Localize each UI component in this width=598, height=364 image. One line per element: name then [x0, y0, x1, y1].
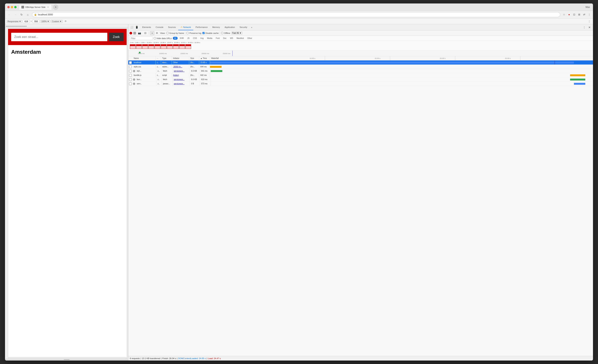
table-row[interactable]: localhost 2... docu... Other (fro... 23.… — [128, 60, 299, 65]
search-button[interactable]: Zoek — [109, 33, 124, 41]
initiator-link-2[interactable]: servicewor... — [174, 70, 184, 72]
row-size-3: (fro... — [189, 73, 199, 77]
disable-cache-checkbox[interactable]: Disable cache — [202, 32, 219, 34]
width-input[interactable] — [23, 20, 30, 23]
filter-input[interactable] — [129, 37, 153, 40]
blue-timeline-marker — [232, 51, 233, 56]
row-initiator-5: servicewor... — [173, 82, 190, 86]
filter-ws[interactable]: WS — [229, 37, 234, 40]
tab-sources[interactable]: Sources — [166, 24, 178, 30]
col-header-name[interactable]: Name — [133, 56, 156, 60]
close-button[interactable] — [7, 6, 10, 8]
filter-media[interactable]: Media — [206, 37, 214, 40]
tab-elements[interactable]: Elements — [140, 24, 153, 30]
row-name-1: style.css — [133, 65, 156, 69]
refresh-button[interactable]: ↻ — [19, 12, 24, 17]
search-input[interactable] — [11, 33, 107, 41]
filter-icon[interactable]: ⊟ — [143, 31, 148, 35]
row-waterfall-0 — [210, 60, 299, 65]
initiator-link-3[interactable]: (index) — [173, 74, 179, 76]
title-bar: OBA App Server Side × + Max — [5, 3, 299, 11]
filter-other[interactable]: Other — [246, 37, 254, 40]
new-tab-button[interactable]: + — [53, 4, 58, 10]
offline-checkbox[interactable]: Offline — [221, 32, 230, 34]
initiator-link-4[interactable]: servicewor... — [174, 78, 184, 81]
row-time-5: 573 ms — [200, 82, 211, 86]
separator — [149, 32, 149, 35]
row-time-3: 642 ms — [199, 73, 210, 77]
initiator-link-1[interactable]: :3000/-In... — [173, 66, 182, 68]
table-row[interactable]: styl... 2... fetch servicewor... 6.5 KB … — [128, 69, 299, 73]
filter-css[interactable]: CSS — [192, 37, 199, 40]
browser-tab[interactable]: OBA App Server Side × — [19, 4, 52, 10]
back-button[interactable]: ← — [7, 12, 12, 17]
record-button[interactable] — [129, 32, 132, 34]
tab-close-button[interactable]: × — [47, 6, 49, 8]
home-button[interactable]: ⌂ — [25, 12, 30, 17]
responsive-dropdown[interactable]: Responsive ▼ — [7, 20, 22, 23]
zoom-dropdown[interactable]: 100% ▼ — [40, 20, 50, 23]
address-bar[interactable]: 🔒 localhost:3000 — [32, 12, 299, 17]
row-checkbox-1[interactable] — [129, 66, 132, 68]
rotate-button[interactable]: ⟳ — [63, 19, 68, 24]
table-row[interactable]: bun... 2... fetch servicewor... 6.6 KB 6… — [128, 77, 299, 82]
minimize-button[interactable] — [11, 6, 13, 8]
row-type-2: fetch — [162, 69, 173, 73]
filter-js[interactable]: JS — [186, 37, 191, 40]
preserve-log-checkbox[interactable]: Preserve log — [186, 32, 201, 34]
row-type-3: script — [161, 73, 172, 77]
table-row[interactable]: bundle.js 2... script (index) (fro... 64… — [128, 73, 299, 77]
preserve-log-label: Preserve log — [189, 32, 201, 34]
col-header-time[interactable]: ▲ Time — [199, 56, 210, 60]
initiator-link-5[interactable]: servicewor... — [174, 83, 184, 85]
tab-memory[interactable]: Memory — [210, 24, 222, 30]
more-tabs-button[interactable]: » — [249, 26, 254, 28]
col-header-waterfall[interactable]: Waterfall 10.00 s 15.00 s 20.00 s 25.00 … — [210, 56, 299, 60]
timeline-ruler: 5000 ms 10000 ms 15000 ms 20000 ms 25000… — [128, 50, 299, 56]
list-view-button[interactable]: ≡ — [150, 31, 154, 35]
tab-performance[interactable]: Performance — [193, 24, 210, 30]
grid-view-button[interactable]: ⊞ — [155, 31, 159, 35]
preset-dropdown[interactable]: Custom ▼ — [51, 20, 63, 23]
col-header-initiator[interactable]: Initiator — [172, 56, 189, 60]
row-checkbox-4[interactable] — [129, 78, 132, 81]
tab-console[interactable]: Console — [153, 24, 166, 30]
device-toggle-icon[interactable]: 📱 — [134, 25, 139, 30]
disable-cache-label: Disable cache — [205, 32, 219, 34]
table-row[interactable]: style.css 2... styles... :3000/-In... (f… — [128, 65, 299, 69]
browser-window: OBA App Server Side × + Max ← → ↻ ⌂ 🔒 lo… — [5, 3, 299, 182]
forward-button[interactable]: → — [13, 12, 18, 17]
filter-doc[interactable]: Doc — [222, 37, 228, 40]
hide-data-urls-checkbox[interactable]: Hide data URLs — [154, 37, 172, 40]
filter-xhr[interactable]: XHR — [178, 37, 185, 40]
filter-img[interactable]: Img — [199, 37, 205, 40]
row-waterfall-5 — [211, 82, 299, 86]
filter-bar: Hide data URLs All XHR JS CSS Img Media … — [128, 36, 299, 41]
row-checkbox-0[interactable] — [129, 61, 132, 64]
stop-button[interactable] — [133, 32, 136, 34]
row-checkbox-5[interactable] — [129, 83, 132, 85]
mini-time-labels: 2 ms 2.46 s 2.99 s 10.83 s 10.84 s 10.86… — [130, 41, 201, 43]
tab-application[interactable]: Application — [222, 24, 237, 30]
table-row[interactable]: serv... 2... javasc... servicewor... 0 B… — [128, 82, 299, 86]
col-header-dots[interactable]: ··· — [156, 56, 161, 60]
network-toolbar: 📷 ⊟ ≡ ⊞ View: Group by frame Preserve lo… — [128, 30, 299, 36]
col-header-size[interactable]: Size — [189, 56, 199, 60]
height-input[interactable] — [33, 20, 40, 23]
row-size-5: 0 B — [190, 82, 200, 86]
row-checkbox-2[interactable] — [129, 70, 132, 72]
row-checkbox-3[interactable] — [129, 74, 132, 77]
maximize-button[interactable] — [14, 6, 17, 8]
group-by-frame-checkbox[interactable]: Group by frame — [166, 32, 184, 34]
tab-network[interactable]: ⚠ Network — [178, 24, 193, 30]
camera-icon[interactable]: 📷 — [137, 31, 142, 35]
filter-font[interactable]: Font — [215, 37, 221, 40]
tab-security[interactable]: Security — [237, 24, 249, 30]
throttle-dropdown[interactable]: Fast 3G ▼ — [231, 32, 242, 34]
col-header-type[interactable]: Type — [161, 56, 172, 60]
network-table[interactable]: Name ··· Type Initiator Size ▲ Time Wate… — [128, 56, 299, 182]
row-status-5: 2... — [157, 82, 162, 86]
inspect-element-icon[interactable]: ⬜ — [129, 25, 134, 30]
filter-all[interactable]: All — [173, 37, 178, 40]
filter-manifest[interactable]: Manifest — [235, 37, 245, 40]
